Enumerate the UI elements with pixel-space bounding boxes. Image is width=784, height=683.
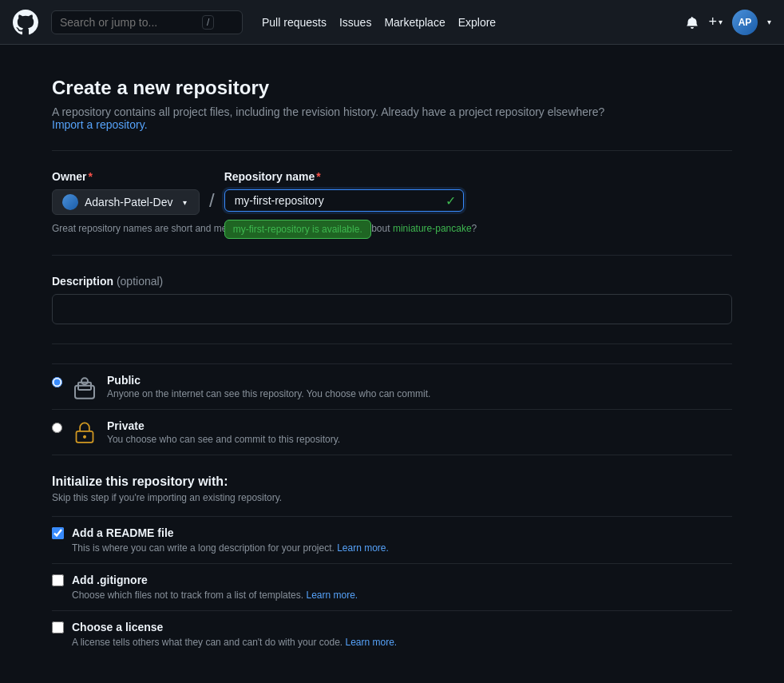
license-desc: A license tells others what they can and… [72, 637, 732, 648]
public-text: Public Anyone on the internet can see th… [107, 374, 430, 399]
search-shortcut-badge: / [202, 15, 214, 30]
notifications-button[interactable] [686, 16, 699, 29]
description-input[interactable] [52, 294, 732, 324]
main-content: Create a new repository A repository con… [33, 45, 751, 683]
license-checkbox[interactable] [52, 621, 64, 633]
gitignore-option: Add .gitignore Choose which files not to… [52, 563, 732, 610]
nav-pull-requests[interactable]: Pull requests [262, 16, 327, 29]
plus-icon: + [708, 14, 717, 30]
gitignore-checkbox[interactable] [52, 574, 64, 586]
owner-chevron-icon: ▾ [183, 198, 187, 207]
owner-repo-row: Owner* Adarsh-Patel-Dev ▾ / Repository n… [52, 170, 732, 215]
gitignore-header: Add .gitignore [52, 574, 732, 586]
navbar-right: + ▾ AP ▾ [686, 10, 771, 35]
navbar: / Pull requests Issues Marketplace Explo… [0, 0, 784, 45]
navbar-links: Pull requests Issues Marketplace Explore [262, 16, 496, 29]
readme-header: Add a README file [52, 526, 732, 539]
availability-tooltip: my-first-repository is available. [224, 220, 371, 239]
desc-divider [52, 343, 732, 344]
repo-name-group: Repository name* ✓ my-first-repository i… [224, 170, 464, 212]
owner-name: Adarsh-Patel-Dev [85, 196, 173, 208]
nav-explore[interactable]: Explore [458, 16, 496, 29]
private-radio[interactable] [52, 423, 62, 433]
description-label: Description (optional) [52, 275, 732, 288]
slash-separator: / [209, 189, 215, 212]
owner-avatar [62, 194, 78, 210]
private-text: Private You choose who can see and commi… [107, 419, 340, 445]
search-input[interactable] [60, 16, 196, 29]
repo-suggestion: miniature-pancake [393, 223, 472, 234]
github-logo-icon[interactable] [13, 10, 38, 35]
readme-desc: This is where you can write a long descr… [72, 542, 732, 554]
page-subtitle: A repository contains all project files,… [52, 105, 732, 131]
lock-icon [72, 419, 97, 445]
gitignore-learn-more-link[interactable]: Learn more. [306, 590, 358, 601]
gitignore-desc: Choose which files not to track from a l… [72, 590, 732, 601]
hint-divider [52, 255, 732, 256]
initialize-section: Initialize this repository with: Skip th… [52, 475, 732, 657]
owner-group: Owner* Adarsh-Patel-Dev ▾ [52, 170, 200, 215]
initialize-title: Initialize this repository with: [52, 475, 732, 489]
initialize-subtitle: Skip this step if you're importing an ex… [52, 492, 732, 503]
page-title: Create a new repository [52, 77, 732, 99]
owner-label: Owner* [52, 170, 200, 183]
search-bar[interactable]: / [51, 10, 243, 34]
gitignore-label: Add .gitignore [72, 574, 148, 586]
owner-required-marker: * [89, 170, 93, 183]
readme-checkbox[interactable] [52, 527, 64, 539]
license-option: Choose a license A license tells others … [52, 610, 732, 657]
repo-name-hint: Great repository names are short and mem… [52, 221, 732, 236]
description-group: Description (optional) [52, 275, 732, 324]
owner-dropdown[interactable]: Adarsh-Patel-Dev ▾ [52, 189, 200, 215]
repo-name-wrapper: ✓ my-first-repository is available. [224, 189, 464, 212]
avatar[interactable]: AP [732, 10, 758, 35]
repo-name-label: Repository name* [224, 170, 464, 183]
repo-name-required-marker: * [316, 170, 320, 183]
nav-marketplace[interactable]: Marketplace [384, 16, 445, 29]
svg-point-4 [84, 436, 85, 438]
repo-name-input[interactable] [224, 189, 464, 212]
public-radio[interactable] [52, 377, 62, 387]
public-icon [72, 374, 97, 399]
readme-option: Add a README file This is where you can … [52, 516, 732, 563]
svg-point-2 [81, 378, 88, 384]
import-repository-link[interactable]: Import a repository. [52, 118, 148, 131]
readme-label: Add a README file [72, 526, 174, 539]
new-menu-button[interactable]: + ▾ [708, 14, 723, 30]
chevron-down-icon: ▾ [719, 18, 723, 26]
nav-issues[interactable]: Issues [339, 16, 371, 29]
visibility-public-option: Public Anyone on the internet can see th… [52, 363, 732, 409]
avatar-dropdown-button[interactable]: ▾ [767, 18, 771, 26]
license-learn-more-link[interactable]: Learn more. [346, 637, 398, 648]
repo-available-check-icon: ✓ [445, 193, 456, 208]
optional-text: (optional) [117, 275, 163, 288]
visibility-section: Public Anyone on the internet can see th… [52, 363, 732, 455]
license-header: Choose a license [52, 621, 732, 633]
readme-learn-more-link[interactable]: Learn more. [337, 542, 389, 554]
visibility-private-option: Private You choose who can see and commi… [52, 409, 732, 455]
license-label: Choose a license [72, 621, 163, 633]
section-divider [52, 150, 732, 151]
